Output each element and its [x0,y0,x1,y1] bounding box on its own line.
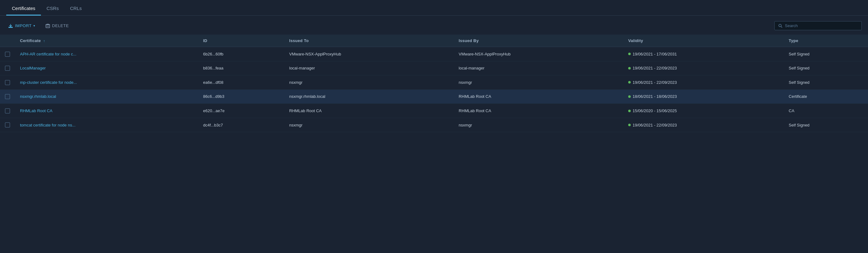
toolbar-left: IMPORT ▾ DELETE [6,22,70,30]
cert-type-cell: Self Signed [784,75,868,90]
search-icon [778,24,782,28]
validity-status-dot [628,81,631,83]
col-issued-to: Issued To [284,35,454,47]
col-checkbox [0,35,15,47]
table-row: tomcat certificate for node ns... dc4f..… [0,118,868,132]
validity-text: 19/06/2021 - 22/09/2023 [632,123,677,128]
cert-name-link[interactable]: LocalManager [20,66,45,70]
cert-issued-to-cell: local-manager [284,61,454,75]
cert-type-cell: CA [784,104,868,118]
row-checkbox-cell [0,104,15,118]
cert-name-link[interactable]: RHMLab Root CA [20,108,53,113]
tab-crls[interactable]: CRLs [64,1,87,15]
cert-validity-cell: 19/06/2021 - 22/09/2023 [623,75,784,90]
col-validity: Validity [623,35,784,47]
table-row: LocalManager b836...feaa local-manager l… [0,61,868,75]
delete-label: DELETE [52,23,69,28]
delete-icon [45,23,50,28]
cert-issued-to-cell: nsxmgr.rhmlab.local [284,89,454,104]
cert-issued-by-cell: RHMLab Root CA [454,89,623,104]
cert-issued-by-cell: RHMLab Root CA [454,104,623,118]
cert-type-cell: Certificate [784,89,868,104]
sort-asc-icon: ↑ [43,39,45,43]
cert-id-cell: 86c6...d9b3 [198,89,284,104]
cert-name-link[interactable]: tomcat certificate for node ns... [20,123,75,128]
cert-name-cell: nsxmgr.rhmlab.local [15,89,198,104]
validity-text: 18/06/2021 - 18/06/2023 [632,94,677,99]
row-checkbox[interactable] [5,108,10,113]
validity-status-dot [628,53,631,55]
table-row: mp-cluster certificate for node... ea6e.… [0,75,868,90]
search-input[interactable] [785,23,858,28]
cert-issued-by-cell: nsxmgr [454,75,623,90]
cert-id-cell: ea6e...df08 [198,75,284,90]
import-label: IMPORT [15,23,32,28]
delete-button[interactable]: DELETE [43,22,71,30]
cert-id-cell: dc4f...b3c7 [198,118,284,132]
cert-name-cell: APH-AR certificate for node c... [15,47,198,61]
cert-name-link[interactable]: mp-cluster certificate for node... [20,80,77,85]
cert-validity-cell: 18/06/2021 - 18/06/2023 [623,89,784,104]
cert-name-cell: LocalManager [15,61,198,75]
import-chevron-icon: ▾ [33,24,35,27]
cert-validity-cell: 19/06/2021 - 22/09/2023 [623,61,784,75]
col-type: Type [784,35,868,47]
validity-status-dot [628,67,631,70]
cert-id-cell: e620...ae7e [198,104,284,118]
cert-issued-to-cell: nsxmgr [284,75,454,90]
validity-status-dot [628,124,631,126]
cert-issued-to-cell: RHMLab Root CA [284,104,454,118]
certificates-table: Certificate ↑ ID Issued To Issued By Val… [0,35,868,132]
tab-csrs[interactable]: CSRs [41,1,64,15]
svg-point-3 [779,24,781,27]
cert-name-cell: mp-cluster certificate for node... [15,75,198,90]
table-row: RHMLab Root CA e620...ae7e RHMLab Root C… [0,104,868,118]
validity-text: 19/06/2021 - 22/09/2023 [632,66,677,70]
row-checkbox-cell [0,89,15,104]
top-tabs: Certificates CSRs CRLs [0,0,868,15]
cert-issued-to-cell: VMware-NSX-ApplProxyHub [284,47,454,61]
cert-type-cell: Self Signed [784,47,868,61]
table-header-row: Certificate ↑ ID Issued To Issued By Val… [0,35,868,47]
cert-validity-cell: 15/06/2020 - 15/06/2025 [623,104,784,118]
row-checkbox-cell [0,47,15,61]
row-checkbox-cell [0,75,15,90]
table-row: APH-AR certificate for node c... 6b26...… [0,47,868,61]
row-checkbox[interactable] [5,80,10,85]
cert-name-link[interactable]: nsxmgr.rhmlab.local [20,94,56,99]
validity-status-dot [628,95,631,98]
cert-issued-to-cell: nsxmgr [284,118,454,132]
col-certificate[interactable]: Certificate ↑ [15,35,198,47]
search-box[interactable] [774,21,862,30]
validity-text: 19/06/2021 - 22/09/2023 [632,80,677,85]
validity-status-dot [628,110,631,112]
table-row: nsxmgr.rhmlab.local 86c6...d9b3 nsxmgr.r… [0,89,868,104]
svg-rect-0 [46,25,50,28]
cert-name-cell: tomcat certificate for node ns... [15,118,198,132]
row-checkbox[interactable] [5,122,10,128]
cert-name-cell: RHMLab Root CA [15,104,198,118]
tab-certificates[interactable]: Certificates [6,1,41,15]
svg-line-4 [781,27,782,28]
cert-issued-by-cell: VMware-NSX-ApplProxyHub [454,47,623,61]
row-checkbox-cell [0,118,15,132]
col-id: ID [198,35,284,47]
validity-text: 19/06/2021 - 17/06/2031 [632,52,677,57]
validity-text: 15/06/2020 - 15/06/2025 [632,108,677,113]
cert-validity-cell: 19/06/2021 - 22/09/2023 [623,118,784,132]
cert-issued-by-cell: nsxmgr [454,118,623,132]
import-button[interactable]: IMPORT ▾ [6,22,37,30]
cert-type-cell: Self Signed [784,61,868,75]
cert-id-cell: 6b26...60fb [198,47,284,61]
import-icon [8,23,13,28]
cert-issued-by-cell: local-manager [454,61,623,75]
row-checkbox[interactable] [5,66,10,71]
row-checkbox[interactable] [5,52,10,57]
col-issued-by: Issued By [454,35,623,47]
cert-validity-cell: 19/06/2021 - 17/06/2031 [623,47,784,61]
row-checkbox-cell [0,61,15,75]
cert-id-cell: b836...feaa [198,61,284,75]
cert-name-link[interactable]: APH-AR certificate for node c... [20,52,76,57]
row-checkbox[interactable] [5,94,10,99]
toolbar: IMPORT ▾ DELETE [0,15,868,35]
